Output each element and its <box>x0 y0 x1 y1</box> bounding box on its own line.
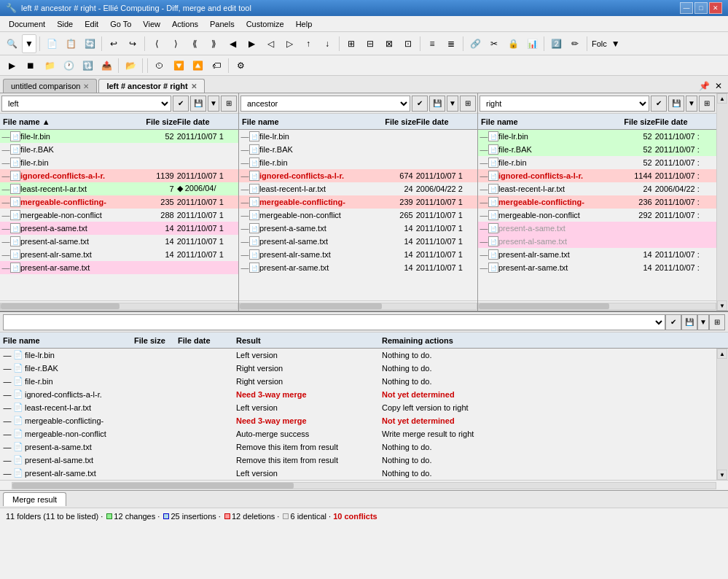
bottom-panel-dropdown-btn[interactable]: ▼ <box>697 314 709 330</box>
menu-help[interactable]: Help <box>290 18 318 30</box>
bottom-scroll-down[interactable]: ▼ <box>717 470 727 480</box>
bottom-scroll-up[interactable]: ▲ <box>717 349 727 359</box>
right-scrollbar[interactable]: ▲ ▼ <box>716 93 728 311</box>
ancestor-row-6[interactable]: — 📄 mergeable-non-conflict 265 2011/10/0… <box>239 209 477 222</box>
toolbar2-btn-6[interactable]: 📤 <box>98 57 115 74</box>
menu-customize[interactable]: Customize <box>240 18 290 30</box>
bottom-row-4[interactable]: —📄least-recent-l-ar.txt Left version Cop… <box>0 401 716 414</box>
toolbar2-btn-11[interactable]: ⚙ <box>232 57 249 74</box>
toolbar-btn-13[interactable]: ▷ <box>281 35 298 53</box>
bottom-panel-expand[interactable]: ⊞ <box>709 314 725 330</box>
right-panel-expand[interactable]: ⊞ <box>699 96 715 112</box>
right-row-3[interactable]: — 📄 ignored-conflicts-a-l-r. 1144 2011/1… <box>478 169 716 182</box>
bottom-row-7[interactable]: —📄present-a-same.txt Remove this item fr… <box>0 440 716 454</box>
toolbar2-btn-filter[interactable]: ⏲ <box>151 57 168 74</box>
left-row-2[interactable]: — 📄 file-r.bin <box>0 156 238 169</box>
menu-document[interactable]: Document <box>3 18 51 30</box>
right-row-1[interactable]: — 📄 file-r.BAK 52 2011/10/07 : <box>478 143 716 156</box>
toolbar-btn-16[interactable]: ⊞ <box>343 35 360 53</box>
bottom-panel-check[interactable]: ✔ <box>665 314 681 330</box>
menu-view[interactable]: View <box>137 18 166 30</box>
toolbar-btn-14[interactable]: ↑ <box>300 35 317 53</box>
toolbar-btn-20[interactable]: ≡ <box>423 35 441 53</box>
toolbar-btn-27[interactable]: ✏ <box>566 35 584 53</box>
toolbar-btn-23[interactable]: ✂ <box>485 35 503 53</box>
ancestor-panel-save[interactable]: 💾 <box>429 96 445 112</box>
tab-untitled[interactable]: untitled comparison ✕ <box>3 79 97 93</box>
menu-panels[interactable]: Panels <box>204 18 240 30</box>
toolbar-btn-18[interactable]: ⊠ <box>380 35 398 53</box>
close-button[interactable]: ✕ <box>709 2 722 14</box>
ancestor-row-5[interactable]: — 📄 mergeable-conflicting- 239 2011/10/0… <box>239 195 477 209</box>
right-row-6[interactable]: — 📄 mergeable-non-conflict 292 2011/10/0… <box>478 209 716 222</box>
scroll-down[interactable]: ▼ <box>717 300 727 311</box>
bottom-row-2[interactable]: —📄file-r.bin Right version Nothing to do… <box>0 375 716 388</box>
ancestor-row-4[interactable]: — 📄 least-recent-l-ar.txt 24 2006/04/22 … <box>239 182 477 195</box>
left-row-9[interactable]: — 📄 present-alr-same.txt 14 2011/10/07 1 <box>0 248 238 261</box>
left-row-6[interactable]: — 📄 mergeable-non-conflict 288 2011/10/0… <box>0 209 238 222</box>
left-panel-dropdown[interactable]: left <box>1 96 171 112</box>
tab-close-all-button[interactable]: ✕ <box>712 79 725 93</box>
menu-edit[interactable]: Edit <box>79 18 104 30</box>
bottom-row-8[interactable]: —📄present-al-same.txt Remove this item f… <box>0 454 716 467</box>
bottom-row-1[interactable]: —📄file-r.BAK Right version Nothing to do… <box>0 362 716 375</box>
toolbar-btn-12[interactable]: ◁ <box>262 35 279 53</box>
toolbar-dropdown-btn[interactable]: ▼ <box>610 35 622 53</box>
ancestor-row-2[interactable]: — 📄 file-r.bin <box>239 156 477 169</box>
menu-actions[interactable]: Actions <box>166 18 204 30</box>
left-panel-save[interactable]: 💾 <box>190 96 206 112</box>
bottom-row-0[interactable]: —📄file-lr.bin Left version Nothing to do… <box>0 349 716 362</box>
left-row-10[interactable]: — 📄 present-ar-same.txt <box>0 261 238 274</box>
toolbar-btn-2[interactable]: ▼ <box>23 35 36 53</box>
ancestor-panel-expand[interactable]: ⊞ <box>460 96 476 112</box>
right-panel-save[interactable]: 💾 <box>668 96 684 112</box>
toolbar2-btn-9[interactable]: 🔼 <box>189 57 206 74</box>
toolbar2-btn-5[interactable]: 🔃 <box>79 57 96 74</box>
right-row-4[interactable]: — 📄 least-recent-l-ar.txt 24 2006/04/22 … <box>478 182 716 195</box>
left-row-5[interactable]: — 📄 mergeable-conflicting- 235 2011/10/0… <box>0 195 238 209</box>
right-row-0[interactable]: — 📄 file-lr.bin 52 2011/10/07 : <box>478 130 716 143</box>
left-row-7[interactable]: — 📄 present-a-same.txt 14 2011/10/07 1 <box>0 222 238 235</box>
right-row-10[interactable]: — 📄 present-ar-same.txt 14 2011/10/07 : <box>478 261 716 274</box>
toolbar-btn-19[interactable]: ⊡ <box>399 35 417 53</box>
toolbar-btn-25[interactable]: 📊 <box>523 35 541 53</box>
toolbar-btn-17[interactable]: ⊟ <box>361 35 379 53</box>
bottom-row-5[interactable]: —📄mergeable-conflicting- Need 3-way merg… <box>0 414 716 427</box>
right-row-7[interactable]: — 📄 present-a-same.txt <box>478 222 716 235</box>
bottom-row-3[interactable]: —📄ignored-conflicts-a-l-r. Need 3-way me… <box>0 388 716 401</box>
right-panel-check[interactable]: ✔ <box>651 96 667 112</box>
left-row-4[interactable]: — 📄 least-recent-l-ar.txt 7 ◆ 2006/04/ <box>0 182 238 195</box>
maximize-button[interactable]: □ <box>694 2 708 14</box>
toolbar2-btn-4[interactable]: 🕐 <box>60 57 77 74</box>
toolbar2-btn-1[interactable]: ▶ <box>3 57 20 74</box>
ancestor-row-8[interactable]: — 📄 present-al-same.txt 14 2011/10/07 1 <box>239 235 477 248</box>
ancestor-row-10[interactable]: — 📄 present-ar-same.txt 14 2011/10/07 1 <box>239 261 477 274</box>
toolbar2-btn-3[interactable]: 📁 <box>41 57 58 74</box>
ancestor-row-0[interactable]: — 📄 file-lr.bin <box>239 130 477 143</box>
right-row-2[interactable]: — 📄 file-r.bin 52 2011/10/07 : <box>478 156 716 169</box>
toolbar-btn-6[interactable]: ⟨ <box>148 35 165 53</box>
left-row-3[interactable]: — 📄 ignored-conflicts-a-l-r. 1139 2011/1… <box>0 169 238 182</box>
bottom-panel-save[interactable]: 💾 <box>681 314 697 330</box>
tab-pin-button[interactable]: 📌 <box>697 79 711 93</box>
merge-result-tab[interactable]: Merge result <box>3 492 66 506</box>
ancestor-panel-dropdown[interactable]: ancestor <box>240 96 410 112</box>
bottom-hscroll[interactable] <box>0 480 728 490</box>
bottom-right-scrollbar[interactable]: ▲ ▼ <box>716 349 728 480</box>
bottom-row-6[interactable]: —📄mergeable-non-conflict Auto-merge succ… <box>0 427 716 440</box>
menu-goto[interactable]: Go To <box>104 18 137 30</box>
tab-comparison[interactable]: left # ancestor # right ✕ <box>98 79 204 93</box>
left-hscroll[interactable] <box>0 300 238 311</box>
toolbar-btn-8[interactable]: ⟪ <box>186 35 203 53</box>
ancestor-row-7[interactable]: — 📄 present-a-same.txt 14 2011/10/07 1 <box>239 222 477 235</box>
ancestor-row-1[interactable]: — 📄 file-r.BAK <box>239 143 477 156</box>
toolbar-btn-26[interactable]: 2️⃣ <box>547 35 565 53</box>
ancestor-row-9[interactable]: — 📄 present-alr-same.txt 14 2011/10/07 1 <box>239 248 477 261</box>
toolbar-btn-21[interactable]: ≣ <box>442 35 460 53</box>
toolbar-btn-3[interactable]: 📄 <box>43 35 60 53</box>
toolbar-btn-1[interactable]: 🔍 <box>3 35 20 53</box>
ancestor-panel-check[interactable]: ✔ <box>412 96 428 112</box>
menu-side[interactable]: Side <box>51 18 79 30</box>
bottom-row-9[interactable]: —📄present-alr-same.txt Left version Noth… <box>0 467 716 480</box>
toolbar2-btn-8[interactable]: 🔽 <box>170 57 187 74</box>
